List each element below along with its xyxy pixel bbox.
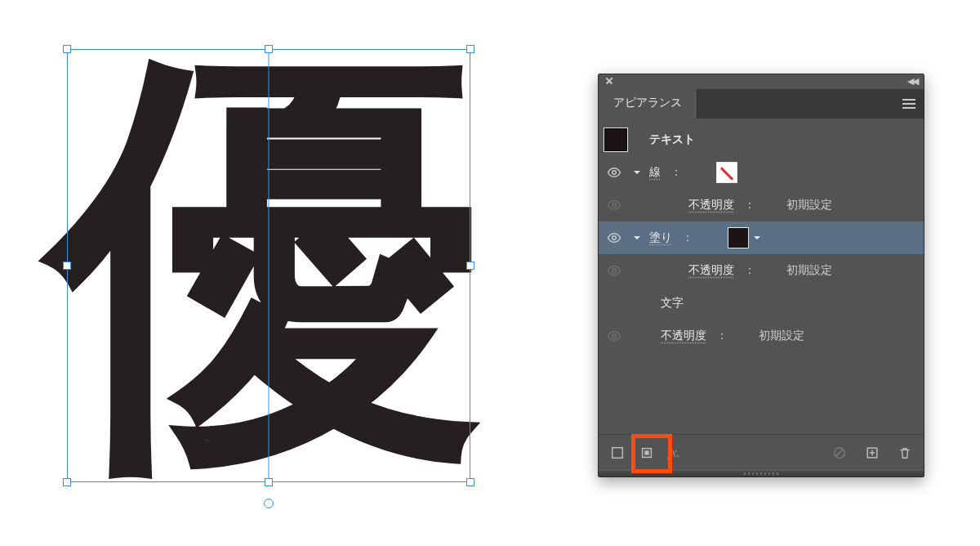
visibility-toggle-icon[interactable]	[604, 162, 625, 183]
panel-resize-grip[interactable]	[599, 470, 924, 477]
fill-color-dropdown[interactable]	[751, 227, 764, 248]
stroke-opacity-row[interactable]: 不透明度 ： 初期設定	[599, 189, 924, 222]
expand-toggle-icon[interactable]	[631, 167, 643, 178]
resize-handle-bottom-left[interactable]	[63, 478, 71, 486]
appearance-target-row[interactable]: テキスト	[599, 123, 924, 156]
add-new-stroke-button[interactable]	[607, 442, 628, 463]
duplicate-item-button[interactable]	[862, 442, 883, 463]
svg-point-2	[612, 236, 617, 240]
resize-handle-top-left[interactable]	[63, 45, 71, 53]
panel-titlebar[interactable]: ◀◀	[599, 74, 924, 89]
stroke-color-swatch-none[interactable]	[716, 162, 737, 183]
appearance-panel: ◀◀ アピアランス テキスト 線 ：	[598, 74, 924, 477]
panel-body: テキスト 線 ： 不透明度 ： 初期設定	[599, 119, 924, 434]
hamburger-icon	[902, 99, 915, 109]
resize-handle-middle-left[interactable]	[63, 262, 71, 270]
colon: ：	[670, 165, 682, 180]
svg-line-9	[836, 449, 844, 456]
panel-body-spacer	[599, 352, 924, 434]
selection-bounding-box[interactable]: 優	[67, 49, 470, 482]
close-icon[interactable]	[604, 75, 615, 87]
add-effect-button[interactable]: fx.	[666, 445, 682, 460]
svg-point-0	[612, 171, 617, 175]
text-anchor-indicator[interactable]	[264, 499, 274, 508]
visibility-toggle-icon[interactable]	[604, 325, 625, 347]
resize-handle-top-right[interactable]	[466, 45, 474, 53]
appearance-target-label: テキスト	[649, 132, 695, 147]
tab-appearance[interactable]: アピアランス	[599, 89, 697, 119]
resize-handle-top-middle[interactable]	[265, 45, 273, 53]
fill-opacity-row[interactable]: 不透明度 ： 初期設定	[599, 254, 924, 287]
resize-handle-bottom-middle[interactable]	[265, 478, 273, 486]
resize-handle-bottom-right[interactable]	[466, 478, 474, 486]
svg-point-3	[612, 269, 617, 273]
stroke-row[interactable]: 線 ：	[599, 156, 924, 189]
expand-toggle-icon[interactable]	[631, 232, 643, 244]
tab-appearance-label: アピアランス	[613, 96, 682, 109]
resize-handle-middle-right[interactable]	[466, 262, 474, 270]
tab-strip-spacer	[697, 89, 894, 119]
fill-label[interactable]: 塗り	[649, 230, 672, 245]
panel-menu-button[interactable]	[894, 89, 924, 119]
delete-item-button[interactable]	[894, 442, 915, 463]
stroke-label[interactable]: 線	[649, 165, 661, 180]
svg-rect-7	[644, 450, 648, 454]
target-thumbnail	[604, 128, 628, 152]
add-new-fill-button[interactable]	[636, 442, 657, 463]
panel-tabs: アピアランス	[599, 89, 924, 119]
fill-opacity-label[interactable]: 不透明度	[688, 263, 734, 278]
fill-row[interactable]: 塗り ：	[599, 222, 924, 254]
fill-color-control[interactable]	[728, 227, 764, 248]
visibility-toggle-icon[interactable]	[604, 227, 625, 248]
svg-point-1	[612, 204, 617, 208]
svg-point-4	[612, 334, 617, 338]
fill-color-swatch[interactable]	[728, 227, 749, 248]
panel-footer: fx.	[599, 434, 924, 470]
artboard: 優	[0, 0, 555, 546]
object-opacity-value: 初期設定	[759, 329, 804, 343]
visibility-toggle-icon[interactable]	[604, 260, 625, 281]
stroke-opacity-value: 初期設定	[786, 198, 832, 213]
object-opacity-row[interactable]: 不透明度 ： 初期設定	[599, 320, 924, 352]
characters-row[interactable]: 文字	[599, 287, 924, 320]
visibility-toggle-icon[interactable]	[604, 195, 625, 216]
svg-rect-5	[612, 447, 623, 458]
selected-text-glyph[interactable]: 優	[51, 47, 488, 485]
object-opacity-label[interactable]: 不透明度	[661, 329, 706, 343]
collapse-panel-icon[interactable]: ◀◀	[907, 76, 917, 87]
characters-label: 文字	[661, 296, 684, 311]
stroke-opacity-label[interactable]: 不透明度	[688, 198, 734, 213]
clear-appearance-button[interactable]	[829, 442, 850, 463]
fill-opacity-value: 初期設定	[786, 263, 832, 278]
